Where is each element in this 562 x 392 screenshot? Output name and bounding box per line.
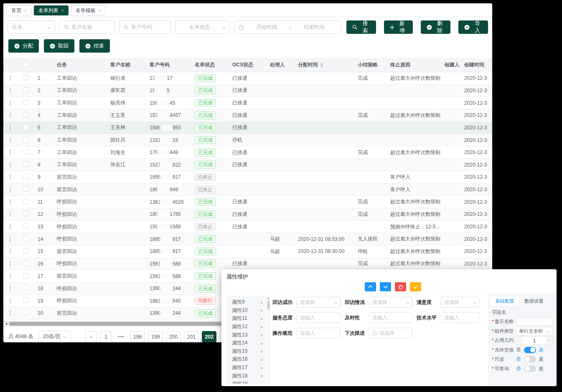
- attribute-list-item[interactable]: 属性18»: [226, 372, 266, 380]
- row-checkbox[interactable]: [23, 248, 29, 253]
- row-expand-icon[interactable]: [10, 162, 10, 168]
- readonly-toggle[interactable]: [524, 356, 536, 362]
- close-icon[interactable]: ×: [99, 8, 101, 13]
- form-input[interactable]: 请输入: [441, 312, 479, 323]
- form-select[interactable]: 请选择: [297, 297, 341, 308]
- prev-page-button[interactable]: ‹: [85, 331, 97, 342]
- attribute-list-item[interactable]: 属性13»: [226, 331, 266, 339]
- row-checkbox[interactable]: [23, 310, 29, 315]
- tab-list[interactable]: 名单列表 ×: [34, 5, 69, 15]
- form-input[interactable]: 请输入: [297, 328, 341, 339]
- page-size-select[interactable]: 20条/页: [38, 331, 71, 342]
- row-checkbox[interactable]: [23, 223, 29, 229]
- attribute-list-scrollbar[interactable]: ▲: [267, 296, 270, 384]
- attribute-list-item[interactable]: 属性14»: [226, 339, 266, 347]
- attribute-list-item[interactable]: 属性17»: [226, 364, 266, 372]
- row-expand-icon[interactable]: [10, 100, 10, 106]
- import-button[interactable]: 导入: [458, 20, 488, 34]
- row-expand-icon[interactable]: [10, 199, 10, 205]
- row-checkbox[interactable]: [23, 260, 29, 266]
- form-input[interactable]: 请输入: [369, 312, 412, 323]
- component-type-select[interactable]: 单行文本框: [516, 327, 553, 335]
- queryable-toggle[interactable]: [524, 366, 536, 372]
- scroll-up-arrow-icon[interactable]: ▲: [267, 296, 270, 300]
- row-expand-icon[interactable]: [10, 211, 10, 217]
- attribute-list-item[interactable]: 属性9»: [226, 298, 266, 306]
- row-expand-icon[interactable]: [10, 298, 10, 304]
- row-expand-icon[interactable]: [10, 149, 10, 155]
- row-checkbox[interactable]: [23, 211, 29, 216]
- page-button[interactable]: 198: [130, 331, 145, 342]
- row-checkbox[interactable]: [23, 298, 29, 303]
- confirm-button[interactable]: [410, 282, 421, 291]
- page-button[interactable]: 200: [166, 331, 181, 342]
- row-expand-icon[interactable]: [10, 248, 10, 254]
- row-checkbox[interactable]: [23, 137, 29, 142]
- row-checkbox[interactable]: [23, 199, 29, 204]
- row-checkbox[interactable]: [23, 87, 29, 93]
- tab-data-settings[interactable]: 数据设置: [520, 296, 548, 306]
- list-status-select[interactable]: 名单状态: [175, 20, 230, 34]
- row-checkbox[interactable]: [23, 162, 29, 167]
- attribute-list-item[interactable]: 属性16»: [226, 355, 266, 364]
- stepper-plus-button[interactable]: +: [546, 337, 552, 344]
- row-checkbox[interactable]: [23, 149, 29, 154]
- sort-icon[interactable]: [320, 63, 323, 68]
- form-select[interactable]: 请选择: [441, 297, 479, 308]
- row-checkbox[interactable]: [23, 100, 29, 105]
- row-checkbox[interactable]: [23, 285, 29, 291]
- attribute-list-item[interactable]: 属性12»: [226, 323, 266, 331]
- allow-empty-toggle[interactable]: [524, 347, 536, 353]
- row-checkbox[interactable]: [23, 124, 29, 130]
- page-button[interactable]: 199: [148, 331, 163, 342]
- delete-button[interactable]: 删除: [421, 20, 450, 34]
- move-up-button[interactable]: [365, 282, 376, 291]
- row-expand-icon[interactable]: [10, 236, 10, 242]
- row-expand-icon[interactable]: [10, 137, 10, 143]
- page-ellipsis[interactable]: •••: [115, 331, 127, 342]
- task-select[interactable]: 任务: [8, 20, 55, 34]
- row-expand-icon[interactable]: [10, 187, 10, 192]
- row-expand-icon[interactable]: [10, 273, 10, 279]
- move-down-button[interactable]: [380, 282, 391, 291]
- row-expand-icon[interactable]: [10, 174, 10, 180]
- row-expand-icon[interactable]: [10, 112, 10, 118]
- tab-template[interactable]: 名单模板 ×: [71, 5, 106, 15]
- finish-button[interactable]: 结束: [79, 39, 110, 53]
- attribute-list-item[interactable]: 属性15»: [226, 347, 266, 356]
- row-checkbox[interactable]: [23, 174, 29, 179]
- display-name-input[interactable]: [516, 318, 553, 326]
- row-checkbox[interactable]: [23, 186, 29, 192]
- page-button[interactable]: 1: [100, 331, 112, 342]
- search-button[interactable]: 搜索: [346, 20, 376, 34]
- stepper-minus-button[interactable]: −: [516, 337, 523, 344]
- row-expand-icon[interactable]: [10, 75, 10, 81]
- page-button[interactable]: 201: [184, 331, 198, 342]
- scrollbar-thumb[interactable]: [267, 301, 270, 310]
- time-range-picker[interactable]: 开始时间 - 结束时间: [234, 20, 342, 34]
- tab-home[interactable]: 首页 ×: [7, 5, 31, 15]
- row-expand-icon[interactable]: [10, 310, 10, 316]
- scroll-left-arrow-icon[interactable]: ◄: [3, 322, 9, 326]
- page-button[interactable]: 202: [202, 331, 216, 342]
- customer-phone-input[interactable]: 客户号码: [119, 20, 171, 34]
- row-checkbox[interactable]: [23, 236, 29, 241]
- form-select[interactable]: 请选择: [369, 297, 412, 308]
- select-all-checkbox[interactable]: [23, 62, 29, 67]
- attribute-list-item[interactable]: 属性10»: [226, 306, 266, 315]
- row-expand-icon[interactable]: [10, 261, 10, 267]
- assign-button[interactable]: 分配: [8, 39, 39, 53]
- row-expand-icon[interactable]: [10, 88, 10, 94]
- close-icon[interactable]: ×: [24, 8, 27, 13]
- row-expand-icon[interactable]: [10, 286, 10, 291]
- tab-basic-config[interactable]: 基础配置: [491, 296, 519, 306]
- form-input[interactable]: 请输入: [297, 312, 341, 323]
- row-checkbox[interactable]: [23, 75, 29, 80]
- close-icon[interactable]: ×: [61, 8, 64, 13]
- retrieve-button[interactable]: 取回: [44, 39, 74, 53]
- row-checkbox[interactable]: [23, 273, 29, 278]
- customer-name-input[interactable]: 客户名称: [59, 20, 115, 34]
- attribute-list-item[interactable]: 属性11»: [226, 314, 266, 323]
- attribute-list-item[interactable]: 属性19»: [226, 380, 266, 384]
- form-time-picker[interactable]: 请选择: [369, 328, 412, 339]
